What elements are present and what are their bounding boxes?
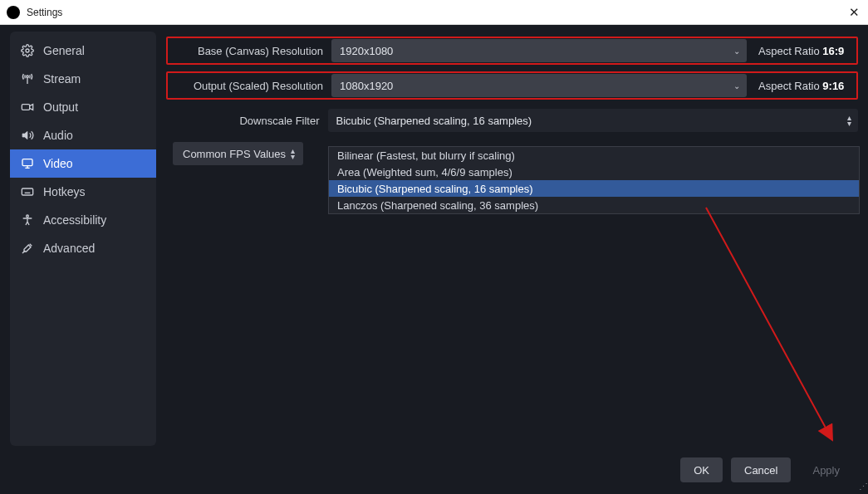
content-area: Base (Canvas) Resolution 1920x1080 ⌄ Asp… xyxy=(166,32,858,446)
output-resolution-combo[interactable]: 1080x1920 ⌄ xyxy=(331,74,747,97)
footer-buttons: OK Cancel Apply xyxy=(680,457,853,482)
sidebar-item-label: Advanced xyxy=(43,242,95,255)
output-aspect-ratio: Aspect Ratio 9:16 xyxy=(747,80,855,92)
sidebar-item-hotkeys[interactable]: Hotkeys xyxy=(10,178,156,206)
fps-mode-label: Common FPS Values xyxy=(183,148,286,160)
sidebar-item-label: Audio xyxy=(43,129,73,142)
base-resolution-label: Base (Canvas) Resolution xyxy=(169,45,331,57)
svg-rect-4 xyxy=(22,188,32,195)
app-icon xyxy=(7,6,20,19)
downscale-option-area[interactable]: Area (Weighted sum, 4/6/9 samples) xyxy=(329,164,859,180)
titlebar: Settings ✕ xyxy=(0,0,868,25)
sidebar-item-label: Hotkeys xyxy=(43,185,86,198)
window-body: General Stream Output Audio Video xyxy=(0,25,868,494)
ok-button[interactable]: OK xyxy=(680,457,723,482)
cancel-button[interactable]: Cancel xyxy=(731,457,791,482)
camera-icon xyxy=(20,100,35,114)
gear-icon xyxy=(20,44,35,57)
updown-icon: ▴▾ xyxy=(847,115,851,126)
svg-rect-2 xyxy=(22,105,29,110)
sidebar-item-label: Accessibility xyxy=(43,213,106,227)
downscale-filter-dropdown: Bilinear (Fastest, but blurry if scaling… xyxy=(328,146,860,214)
base-resolution-combo[interactable]: 1920x1080 ⌄ xyxy=(331,39,747,62)
sidebar-item-general[interactable]: General xyxy=(10,37,156,65)
downscale-option-bilinear[interactable]: Bilinear (Fastest, but blurry if scaling… xyxy=(329,147,859,164)
svg-rect-3 xyxy=(22,159,32,166)
chevron-down-icon: ⌄ xyxy=(733,46,740,56)
speaker-icon xyxy=(20,129,35,142)
downscale-option-bicubic[interactable]: Bicubic (Sharpened scaling, 16 samples) xyxy=(329,180,859,197)
window-title: Settings xyxy=(27,7,62,18)
svg-point-1 xyxy=(27,76,29,78)
fps-mode-selector[interactable]: Common FPS Values ▴▾ xyxy=(173,142,303,165)
accessibility-icon xyxy=(20,213,35,227)
downscale-option-lanczos[interactable]: Lanczos (Sharpened scaling, 36 samples) xyxy=(329,197,859,213)
monitor-icon xyxy=(20,157,35,170)
sidebar-item-label: Stream xyxy=(43,72,81,86)
keyboard-icon xyxy=(20,185,35,198)
sidebar-item-accessibility[interactable]: Accessibility xyxy=(10,206,156,234)
downscale-filter-combo[interactable]: Bicubic (Sharpened scaling, 16 samples) … xyxy=(328,109,858,132)
close-icon[interactable]: ✕ xyxy=(849,5,860,20)
svg-point-5 xyxy=(27,215,29,218)
chevron-down-icon: ⌄ xyxy=(733,81,740,90)
downscale-filter-value: Bicubic (Sharpened scaling, 16 samples) xyxy=(336,115,532,127)
sidebar: General Stream Output Audio Video xyxy=(10,32,156,446)
row-base-resolution: Base (Canvas) Resolution 1920x1080 ⌄ Asp… xyxy=(166,37,858,65)
svg-point-0 xyxy=(26,49,29,52)
resize-grip-icon[interactable]: ⋰ xyxy=(859,482,866,492)
sidebar-item-advanced[interactable]: Advanced xyxy=(10,234,156,262)
sidebar-item-label: Output xyxy=(43,100,78,114)
sidebar-item-stream[interactable]: Stream xyxy=(10,65,156,93)
sidebar-item-audio[interactable]: Audio xyxy=(10,121,156,149)
base-aspect-ratio: Aspect Ratio 16:9 xyxy=(747,45,855,57)
sidebar-item-label: Video xyxy=(43,157,73,170)
sidebar-item-label: General xyxy=(43,44,85,57)
tools-icon xyxy=(20,242,35,255)
output-resolution-label: Output (Scaled) Resolution xyxy=(169,80,331,92)
output-resolution-value: 1080x1920 xyxy=(340,80,393,92)
base-resolution-value: 1920x1080 xyxy=(340,45,393,57)
sidebar-item-video[interactable]: Video xyxy=(10,149,156,178)
sidebar-item-output[interactable]: Output xyxy=(10,93,156,121)
downscale-filter-label: Downscale Filter xyxy=(166,115,328,127)
row-downscale-filter: Downscale Filter Bicubic (Sharpened scal… xyxy=(166,106,858,135)
antenna-icon xyxy=(20,72,35,86)
apply-button[interactable]: Apply xyxy=(799,457,853,482)
updown-icon: ▴▾ xyxy=(291,148,295,159)
row-output-resolution: Output (Scaled) Resolution 1080x1920 ⌄ A… xyxy=(166,71,858,100)
